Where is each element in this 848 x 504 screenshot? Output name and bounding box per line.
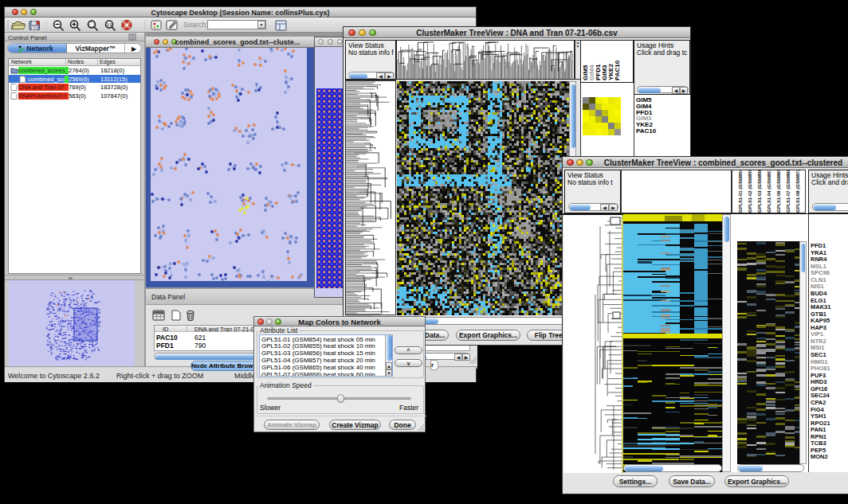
svg-text:GPL51-01 (GSM854): GPL51-01 (GSM854) [738, 170, 743, 213]
svg-text:1:1: 1:1 [107, 23, 112, 27]
svg-text:GPL51-02 (GSM855): GPL51-02 (GSM855) [748, 170, 752, 213]
svg-text:GPL51-04 (GSM857): GPL51-04 (GSM857) [767, 170, 771, 213]
svg-text:GPL51-06 (GSM865): GPL51-06 (GSM865) [776, 170, 781, 213]
svg-text:GPL51-07 (GSM868): GPL51-07 (GSM868) [786, 170, 791, 213]
svg-text:GPL51-08 (GSM872): GPL51-08 (GSM872) [795, 170, 800, 213]
svg-text:GPL51-03 (GSM856): GPL51-03 (GSM856) [757, 170, 762, 213]
svg-text:PAC10: PAC10 [614, 60, 621, 80]
